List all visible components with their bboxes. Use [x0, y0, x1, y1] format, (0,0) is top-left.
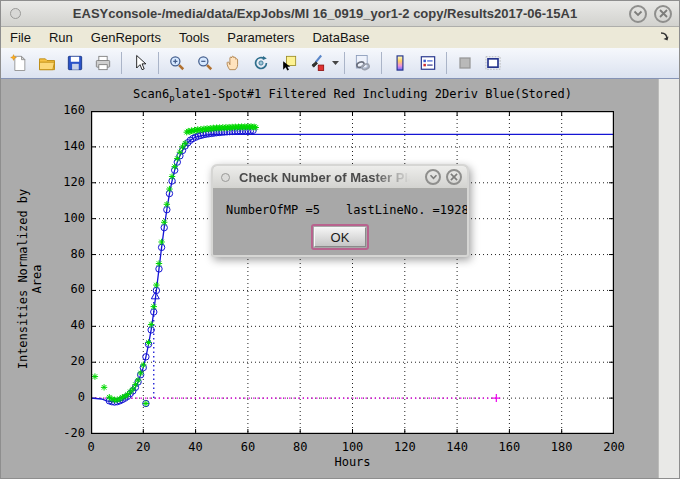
y-tick-label: 100	[37, 211, 85, 225]
dialog-titlebar[interactable]: Check Number of Master Pla	[213, 166, 467, 189]
new-file-icon	[9, 53, 29, 73]
zoom-in-button[interactable]	[164, 50, 190, 76]
brush-icon	[307, 53, 327, 73]
printer-icon	[93, 53, 113, 73]
x-tick-label: 20	[118, 440, 168, 454]
toolbar-separator	[344, 52, 345, 74]
x-tick-label: 0	[66, 440, 116, 454]
y-axis-label: Intensities Normalized by Area	[16, 179, 44, 379]
window-title: EASYconsole-/media/data/ExpJobs/MI 16_09…	[21, 6, 629, 21]
x-axis-label: Hours	[91, 455, 614, 469]
zoom-out-icon	[195, 53, 215, 73]
ok-button[interactable]: OK	[314, 227, 366, 247]
menu-tools[interactable]: Tools	[170, 28, 218, 47]
data-cursor-button[interactable]	[276, 50, 302, 76]
figure-canvas: Scan6plate1-Spot#1 Filtered Red Includin…	[1, 79, 679, 479]
x-tick-label: 80	[275, 440, 325, 454]
app-window: EASYconsole-/media/data/ExpJobs/MI 16_09…	[0, 0, 680, 479]
x-tick-label: 200	[589, 440, 639, 454]
open-folder-icon	[37, 53, 57, 73]
y-tick-label: 20	[37, 354, 85, 368]
menubar: File Run GenReports Tools Parameters Dat…	[1, 27, 679, 48]
chevron-down-icon	[429, 174, 438, 180]
window-titlebar: EASYconsole-/media/data/ExpJobs/MI 16_09…	[1, 1, 679, 27]
plot-area[interactable]	[91, 111, 614, 434]
figure-right-strip	[658, 79, 679, 479]
menu-file[interactable]: File	[1, 28, 40, 47]
x-tick-label: 180	[537, 440, 587, 454]
save-floppy-icon	[65, 53, 85, 73]
new-file-button[interactable]	[6, 50, 32, 76]
dialog-close-button[interactable]	[446, 169, 462, 185]
x-tick-label: 160	[484, 440, 534, 454]
data-cursor-icon	[279, 53, 299, 73]
chart-svg	[91, 111, 614, 434]
brush-button[interactable]	[304, 50, 330, 76]
link-chain-icon	[353, 53, 373, 73]
rotate-3d-icon	[251, 53, 271, 73]
pan-button[interactable]	[220, 50, 246, 76]
dialog-body: NumberOfMP =5 lastLineNo. =1928 OK	[213, 189, 467, 250]
save-button[interactable]	[62, 50, 88, 76]
numberofmp-value: NumberOfMP =5	[226, 203, 320, 217]
ok-button-focus-ring: OK	[311, 224, 369, 250]
open-file-button[interactable]	[34, 50, 60, 76]
show-plot-tools-dock-button[interactable]	[480, 50, 506, 76]
y-tick-label: 60	[37, 282, 85, 296]
y-tick-label: 80	[37, 247, 85, 261]
x-tick-label: 60	[223, 440, 273, 454]
chevron-down-icon	[332, 61, 339, 65]
x-tick-label: 120	[380, 440, 430, 454]
insert-legend-button[interactable]	[415, 50, 441, 76]
y-tick-label: 0	[37, 390, 85, 404]
edit-arrow-button[interactable]	[127, 50, 153, 76]
link-plots-button[interactable]	[350, 50, 376, 76]
y-tick-label: 160	[37, 103, 85, 117]
window-menu-button[interactable]	[10, 8, 21, 19]
hide-plot-tools-button[interactable]	[452, 50, 478, 76]
close-icon	[450, 173, 458, 181]
figure-toolbar	[1, 48, 679, 79]
chevron-down-icon	[633, 10, 643, 17]
dialog-window-menu-button[interactable]	[221, 173, 230, 182]
y-tick-label: -20	[37, 426, 85, 440]
cursor-arrow-icon	[130, 53, 150, 73]
insert-colorbar-button[interactable]	[387, 50, 413, 76]
check-master-plate-dialog: Check Number of Master Pla NumberOfMP =5…	[211, 164, 469, 257]
window-shade-button[interactable]	[629, 5, 647, 23]
x-tick-label: 140	[432, 440, 482, 454]
pan-hand-icon	[223, 53, 243, 73]
y-tick-label: 120	[37, 175, 85, 189]
show-plot-tools-icon	[483, 53, 503, 73]
toolbar-separator	[381, 52, 382, 74]
dialog-message: NumberOfMP =5 lastLineNo. =1928	[213, 203, 467, 217]
menu-genreports[interactable]: GenReports	[82, 28, 170, 47]
x-tick-label: 40	[171, 440, 221, 454]
y-tick-label: 140	[37, 139, 85, 153]
toolbar-separator	[446, 52, 447, 74]
plot-title: Scan6plate1-Spot#1 Filtered Red Includin…	[91, 87, 614, 103]
x-tick-label: 100	[328, 440, 378, 454]
rotate-3d-button[interactable]	[248, 50, 274, 76]
menu-database[interactable]: DataBase	[303, 28, 378, 47]
brush-dropdown-arrow[interactable]	[331, 50, 340, 76]
dialog-shade-button[interactable]	[425, 169, 441, 185]
hide-plot-tools-icon	[455, 53, 475, 73]
menu-run[interactable]: Run	[40, 28, 82, 47]
zoom-out-button[interactable]	[192, 50, 218, 76]
print-button[interactable]	[90, 50, 116, 76]
toolbar-separator	[121, 52, 122, 74]
lastlineno-value: lastLineNo. =1928	[346, 203, 469, 217]
menu-parameters[interactable]: Parameters	[218, 28, 303, 47]
y-tick-label: 40	[37, 318, 85, 332]
colorbar-icon	[390, 53, 410, 73]
zoom-in-icon	[167, 53, 187, 73]
close-icon	[659, 9, 668, 18]
dock-arrow-icon[interactable]	[660, 30, 671, 45]
dialog-title: Check Number of Master Pla	[239, 170, 425, 185]
toolbar-separator	[158, 52, 159, 74]
window-close-button[interactable]	[654, 5, 672, 23]
legend-icon	[418, 53, 438, 73]
